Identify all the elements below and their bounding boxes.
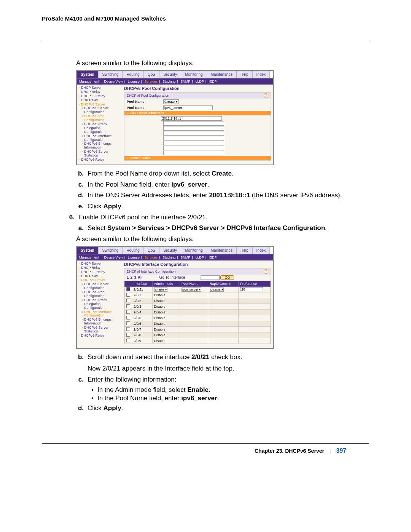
rapid-commit-select[interactable]: Disable ▾ bbox=[210, 288, 224, 292]
cell-iface: 2/0/1 bbox=[132, 292, 153, 298]
help-icon[interactable]: ? bbox=[264, 93, 268, 98]
row-checkbox[interactable] bbox=[126, 321, 130, 325]
go-button[interactable]: GO bbox=[220, 275, 234, 280]
sidebar-item[interactable]: DHCPv6 Relay bbox=[78, 334, 120, 338]
subtab-isdp[interactable]: ISDP bbox=[209, 80, 217, 83]
cell-iface: 2/0/21 bbox=[132, 286, 153, 292]
tab-switching[interactable]: Switching bbox=[99, 71, 123, 78]
row-checkbox[interactable] bbox=[126, 299, 130, 302]
step-6c-marker: c. bbox=[76, 375, 84, 385]
subtab-stacking[interactable]: Stacking bbox=[162, 80, 176, 83]
subtab-deviceview[interactable]: Device View bbox=[104, 80, 123, 83]
page-numbers[interactable]: 123All bbox=[127, 275, 144, 280]
tab-monitoring[interactable]: Monitoring bbox=[181, 247, 207, 254]
sidebar-item[interactable]: DHCPv6 Prefix Delegation Configuration bbox=[78, 123, 120, 134]
go-to-interface-input[interactable] bbox=[201, 275, 220, 280]
sidebar-item[interactable]: DHCPv6 Server Configuration bbox=[78, 283, 120, 290]
sidebar-item[interactable]: UDP Relay bbox=[78, 99, 120, 102]
dns-addr-input-5[interactable] bbox=[163, 136, 224, 141]
sidebar-item[interactable]: DHCPv6 Bindings Information bbox=[78, 318, 120, 326]
tab-qos[interactable]: QoS bbox=[144, 71, 159, 78]
subtab-isdp[interactable]: ISDP bbox=[209, 256, 217, 259]
subtab-license[interactable]: License bbox=[128, 256, 140, 259]
domain-section-bar[interactable]: Domain Name bbox=[124, 156, 271, 160]
pool-name-select[interactable]: Create ▾ bbox=[163, 99, 179, 104]
table-row: 2/0/9Disable bbox=[125, 338, 271, 343]
doc-header: ProSafe M4100 and M7100 Managed Switches bbox=[42, 15, 369, 22]
subtab-snmp[interactable]: SNMP bbox=[180, 80, 190, 83]
subtab-deviceview[interactable]: Device View bbox=[104, 256, 123, 259]
admin-mode-select[interactable]: Enable ▾ bbox=[154, 288, 167, 292]
intro-text-1: A screen similar to the following displa… bbox=[76, 59, 369, 67]
step-c-text: In the Pool Name field, enter ipv6_serve… bbox=[88, 180, 369, 190]
dns-addr-input-4[interactable] bbox=[163, 131, 224, 136]
sidebar-item[interactable]: DHCPv6 Prefix Delegation Configuration bbox=[78, 299, 120, 310]
sidebar-item[interactable]: DHCPv6 Bindings Information bbox=[78, 142, 120, 150]
sidebar-item[interactable]: DHCPv6 Pool Configuration bbox=[78, 115, 120, 122]
row-checkbox[interactable] bbox=[126, 339, 130, 342]
subtab-services[interactable]: Services bbox=[145, 80, 158, 83]
subtab-license[interactable]: License bbox=[128, 80, 140, 83]
row-checkbox[interactable] bbox=[126, 304, 130, 308]
tab-help[interactable]: Help bbox=[237, 247, 253, 254]
tab-maintenance[interactable]: Maintenance bbox=[207, 71, 237, 78]
tab-security[interactable]: Security bbox=[159, 71, 181, 78]
tab-switching[interactable]: Switching bbox=[99, 247, 123, 254]
sidebar-item[interactable]: DHCP Server bbox=[78, 86, 120, 90]
sidebar-item[interactable]: DHCPv6 Server Configuration bbox=[78, 107, 120, 114]
dns-addr-input-1[interactable] bbox=[161, 116, 222, 121]
row-checkbox[interactable] bbox=[126, 310, 130, 314]
subtab-management[interactable]: Management bbox=[79, 80, 99, 83]
tab-system[interactable]: System bbox=[77, 247, 99, 254]
row-checkbox[interactable] bbox=[126, 316, 130, 320]
tab-routing[interactable]: Routing bbox=[123, 247, 143, 254]
tab-monitoring[interactable]: Monitoring bbox=[181, 71, 207, 78]
subtab-lldp[interactable]: LLDP bbox=[195, 256, 204, 259]
dns-addr-input-2[interactable] bbox=[163, 121, 224, 126]
help-icon[interactable]: ? bbox=[264, 269, 268, 274]
cell-admin: Disable bbox=[152, 298, 180, 304]
cell-iface: 2/0/6 bbox=[132, 321, 153, 326]
preference-input[interactable] bbox=[240, 287, 263, 291]
sidebar-item[interactable]: DHCPv6 Server bbox=[78, 103, 120, 107]
subtab-stacking[interactable]: Stacking bbox=[162, 256, 176, 259]
row-checkbox[interactable] bbox=[126, 287, 130, 291]
sidebar-item[interactable]: DHCPv6 Server Statistics bbox=[78, 150, 120, 158]
sidebar-item[interactable]: UDP Relay bbox=[78, 275, 120, 278]
dns-addr-input-3[interactable] bbox=[163, 126, 224, 131]
row-checkbox[interactable] bbox=[126, 293, 130, 297]
row-checkbox[interactable] bbox=[126, 327, 130, 331]
sidebar-item[interactable]: DHCPv6 Pool Configuration bbox=[78, 291, 120, 298]
subtab-management[interactable]: Management bbox=[79, 256, 99, 259]
sub-tabs: Management| Device View| License| Servic… bbox=[77, 78, 273, 85]
dns-addr-input-8[interactable] bbox=[163, 151, 224, 155]
subtab-lldp[interactable]: LLDP bbox=[195, 80, 204, 83]
dns-addr-input-6[interactable] bbox=[163, 141, 224, 145]
tab-index[interactable]: Index bbox=[253, 247, 270, 254]
subtab-snmp[interactable]: SNMP bbox=[180, 256, 190, 259]
tab-security[interactable]: Security bbox=[159, 247, 181, 254]
sidebar-item[interactable]: DHCPv6 Relay bbox=[78, 158, 120, 162]
tab-system[interactable]: System bbox=[77, 71, 99, 78]
pool-name-select[interactable]: ipv6_server ▾ bbox=[182, 288, 201, 292]
tab-qos[interactable]: QoS bbox=[144, 247, 159, 254]
sidebar-item[interactable]: DHCPv6 Server bbox=[78, 278, 120, 282]
sidebar-item[interactable]: DHCPv6 Interface Configuration bbox=[78, 310, 120, 318]
sidebar-item[interactable]: DHCP Server bbox=[78, 262, 120, 266]
cell-iface: 2/0/2 bbox=[132, 298, 153, 304]
tab-help[interactable]: Help bbox=[237, 71, 253, 78]
dns-addr-input-7[interactable] bbox=[163, 146, 224, 150]
tab-routing[interactable]: Routing bbox=[123, 71, 143, 78]
tab-index[interactable]: Index bbox=[253, 71, 270, 78]
tab-maintenance[interactable]: Maintenance bbox=[207, 247, 237, 254]
sidebar-item[interactable]: DHCP Relay bbox=[78, 90, 120, 94]
sidebar-item[interactable]: DHCP L2 Relay bbox=[78, 94, 120, 98]
row-checkbox[interactable] bbox=[126, 333, 130, 337]
sidebar-item[interactable]: DHCP L2 Relay bbox=[78, 270, 120, 274]
dns-section-bar[interactable]: DNS Server Addresses bbox=[124, 111, 271, 115]
sidebar-item[interactable]: DHCP Relay bbox=[78, 266, 120, 270]
sidebar-item[interactable]: DHCPv6 Server Statistics bbox=[78, 326, 120, 334]
sidebar-item[interactable]: DHCPv6 Interface Configuration bbox=[78, 134, 120, 142]
subtab-services[interactable]: Services bbox=[145, 256, 158, 259]
pool-name-input[interactable] bbox=[163, 105, 213, 110]
